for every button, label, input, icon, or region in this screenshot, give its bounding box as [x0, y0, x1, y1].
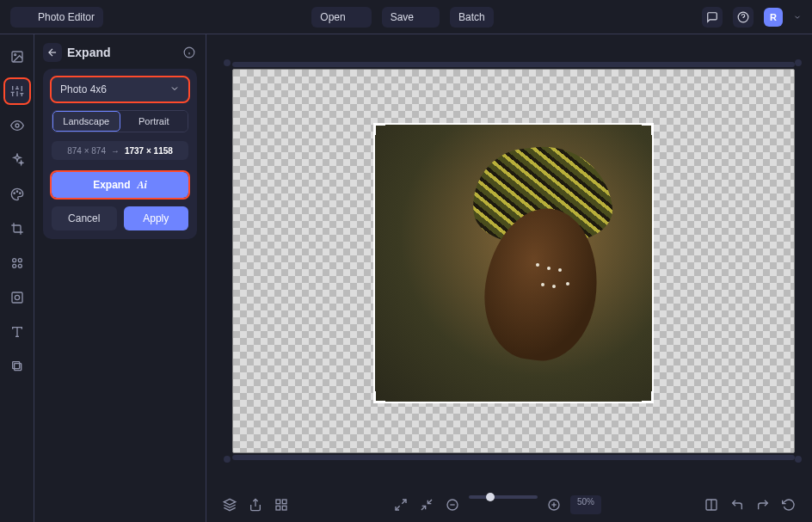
- people-tool[interactable]: [5, 251, 29, 275]
- orientation-segment: Landscape Portrait: [52, 110, 188, 132]
- app-title-chip: Photo Editor: [10, 7, 103, 28]
- svg-line-41: [396, 506, 400, 510]
- chevron-down-icon[interactable]: [793, 9, 802, 25]
- app-title: Photo Editor: [38, 11, 95, 23]
- chevron-down-icon: [422, 11, 431, 23]
- face-paint-dots: [536, 263, 591, 297]
- svg-point-16: [15, 124, 19, 127]
- svg-rect-39: [282, 506, 286, 510]
- help-button[interactable]: [733, 7, 754, 28]
- svg-line-42: [428, 500, 432, 504]
- history-icon[interactable]: [779, 495, 798, 514]
- preset-label: Photo 4x6: [60, 83, 107, 95]
- image-tool[interactable]: [5, 45, 29, 69]
- zoom-in-icon[interactable]: [544, 495, 563, 514]
- svg-rect-38: [276, 506, 280, 510]
- svg-point-18: [16, 191, 17, 192]
- svg-point-6: [14, 54, 15, 56]
- svg-line-43: [421, 506, 426, 510]
- palette-tool[interactable]: [5, 182, 29, 206]
- open-button[interactable]: Open: [311, 7, 371, 28]
- avatar[interactable]: R: [764, 8, 783, 27]
- svg-rect-37: [282, 500, 286, 504]
- text-tool[interactable]: [5, 320, 29, 344]
- crop-handle-tl[interactable]: [373, 123, 385, 135]
- crop-tool[interactable]: [5, 217, 29, 241]
- compare-icon[interactable]: [702, 495, 721, 514]
- zoom-slider[interactable]: [469, 495, 538, 499]
- save-button[interactable]: Save: [382, 7, 440, 28]
- arrow-right-icon: →: [111, 146, 120, 156]
- grid-icon[interactable]: [272, 495, 291, 514]
- svg-rect-24: [12, 292, 22, 303]
- sliders-tool[interactable]: [5, 79, 29, 103]
- svg-point-25: [15, 295, 19, 299]
- zoom-out-icon[interactable]: [443, 495, 462, 514]
- dimensions-to: 1737 × 1158: [125, 146, 173, 156]
- comments-button[interactable]: [702, 7, 723, 28]
- side-panel: Expand Photo 4x6 Landscape Portrait 874 …: [34, 34, 206, 522]
- back-button[interactable]: [43, 43, 62, 62]
- canvas-area: [206, 34, 812, 488]
- svg-rect-36: [276, 500, 280, 504]
- svg-line-40: [402, 500, 406, 504]
- zoom-value: 50%: [570, 495, 601, 514]
- canvas-scrollbar-top[interactable]: [232, 62, 795, 67]
- svg-point-22: [12, 264, 15, 267]
- focus-tool[interactable]: [5, 286, 29, 310]
- crop-handle-tr[interactable]: [642, 123, 654, 135]
- canvas-scrollbar-bottom[interactable]: [232, 455, 795, 460]
- dimensions-from: 874 × 874: [67, 146, 106, 156]
- zoom-slider-thumb[interactable]: [486, 493, 495, 501]
- svg-marker-34: [224, 499, 235, 505]
- orientation-portrait[interactable]: Portrait: [120, 111, 188, 132]
- svg-point-21: [18, 259, 22, 262]
- chevron-down-icon: [354, 11, 363, 23]
- ai-badge: Ai: [138, 179, 147, 192]
- redo-icon[interactable]: [754, 495, 772, 514]
- scrollbar-handle[interactable]: [224, 456, 231, 463]
- svg-rect-29: [12, 362, 19, 369]
- crop-handle-br[interactable]: [642, 391, 654, 403]
- batch-button[interactable]: Batch: [450, 7, 494, 28]
- scrollbar-handle[interactable]: [795, 456, 802, 463]
- scrollbar-handle[interactable]: [795, 59, 802, 66]
- bottom-bar: 50%: [206, 488, 812, 522]
- layers-icon[interactable]: [220, 495, 239, 514]
- canvas[interactable]: [232, 69, 795, 453]
- share-icon[interactable]: [246, 495, 265, 514]
- orientation-landscape[interactable]: Landscape: [52, 111, 120, 132]
- tool-sidebar: [0, 34, 34, 522]
- cancel-button[interactable]: Cancel: [52, 206, 117, 230]
- panel-title: Expand: [67, 46, 111, 59]
- hamburger-icon[interactable]: [19, 9, 31, 24]
- svg-point-17: [14, 193, 15, 193]
- eye-tool[interactable]: [5, 114, 29, 138]
- expand-button[interactable]: Expand Ai: [52, 172, 188, 198]
- undo-icon[interactable]: [728, 495, 747, 514]
- scrollbar-handle[interactable]: [224, 59, 231, 66]
- crop-handle-bl[interactable]: [373, 391, 385, 403]
- dimensions-readout: 874 × 874 → 1737 × 1158: [52, 141, 188, 160]
- fit-icon[interactable]: [417, 495, 436, 514]
- sparkle-tool[interactable]: [5, 148, 29, 172]
- photo-crop-region[interactable]: [373, 123, 654, 403]
- layers-tool[interactable]: [5, 354, 29, 378]
- svg-rect-28: [14, 364, 21, 371]
- apply-button[interactable]: Apply: [124, 206, 189, 230]
- fullscreen-icon[interactable]: [391, 495, 410, 514]
- chevron-down-icon: [169, 83, 180, 96]
- info-icon[interactable]: [181, 45, 197, 60]
- preset-select[interactable]: Photo 4x6: [52, 77, 188, 101]
- svg-point-19: [19, 193, 20, 193]
- svg-point-23: [18, 264, 22, 267]
- svg-point-20: [12, 259, 15, 262]
